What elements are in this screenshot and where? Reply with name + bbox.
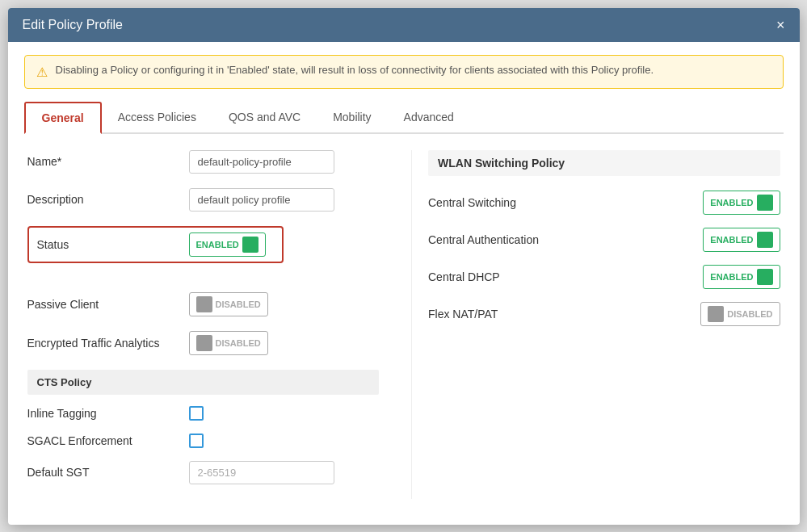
- close-button[interactable]: ×: [776, 18, 785, 32]
- modal-header: Edit Policy Profile ×: [8, 8, 800, 42]
- central-dhcp-row: Central DHCP ENABLED: [428, 265, 780, 289]
- encrypted-traffic-toggle[interactable]: DISABLED: [189, 331, 268, 355]
- left-panel: Name* Description Status ENABLED Passive…: [27, 150, 412, 499]
- inline-tagging-checkbox[interactable]: [189, 406, 204, 421]
- flex-nat-toggle[interactable]: DISABLED: [700, 302, 780, 326]
- warning-icon: ⚠: [36, 65, 48, 80]
- flex-nat-badge-text: DISABLED: [727, 309, 772, 319]
- passive-client-indicator: [196, 296, 212, 312]
- central-switching-badge-text: ENABLED: [710, 198, 753, 207]
- alert-message: Disabling a Policy or configuring it in …: [56, 64, 654, 76]
- central-switching-indicator: [757, 195, 773, 211]
- inline-tagging-label: Inline Tagging: [27, 407, 189, 420]
- default-sgt-label: Default SGT: [27, 466, 189, 479]
- encrypted-traffic-indicator: [196, 335, 212, 351]
- passive-client-row: Passive Client DISABLED: [27, 292, 380, 316]
- main-content: Name* Description Status ENABLED Passive…: [8, 134, 800, 515]
- description-input[interactable]: [189, 188, 334, 212]
- central-auth-label: Central Authentication: [428, 233, 703, 246]
- status-row: Status ENABLED: [27, 226, 284, 263]
- central-switching-label: Central Switching: [428, 196, 703, 209]
- central-auth-indicator: [757, 232, 773, 248]
- tab-mobility[interactable]: Mobility: [317, 102, 387, 132]
- central-dhcp-indicator: [757, 269, 773, 285]
- wlan-switching-title: WLAN Switching Policy: [428, 150, 780, 176]
- tab-advanced[interactable]: Advanced: [388, 102, 470, 132]
- central-switching-toggle[interactable]: ENABLED: [703, 191, 780, 215]
- flex-nat-label: Flex NAT/PAT: [428, 308, 700, 320]
- cts-policy-section-header: CTS Policy: [27, 370, 380, 395]
- sgacl-enforcement-label: SGACL Enforcement: [27, 434, 189, 447]
- central-dhcp-toggle[interactable]: ENABLED: [703, 265, 780, 289]
- status-toggle[interactable]: ENABLED: [189, 232, 266, 257]
- modal-title: Edit Policy Profile: [23, 18, 124, 32]
- flex-nat-row: Flex NAT/PAT DISABLED: [428, 302, 780, 326]
- central-dhcp-badge-text: ENABLED: [710, 272, 753, 282]
- name-input[interactable]: [189, 150, 334, 174]
- central-auth-toggle[interactable]: ENABLED: [703, 228, 780, 252]
- tab-access-policies[interactable]: Access Policies: [102, 102, 212, 132]
- central-dhcp-label: Central DHCP: [428, 270, 703, 283]
- passive-client-toggle[interactable]: DISABLED: [189, 292, 268, 316]
- central-switching-row: Central Switching ENABLED: [428, 191, 780, 215]
- sgacl-enforcement-row: SGACL Enforcement: [27, 434, 380, 448]
- tab-bar: General Access Policies QOS and AVC Mobi…: [24, 102, 784, 134]
- description-row: Description: [27, 188, 380, 212]
- status-toggle-indicator: [242, 237, 258, 253]
- passive-client-badge-text: DISABLED: [216, 300, 261, 309]
- encrypted-traffic-row: Encrypted Traffic Analytics DISABLED: [27, 331, 380, 355]
- tab-qos-avc[interactable]: QOS and AVC: [212, 102, 317, 132]
- right-panel: WLAN Switching Policy Central Switching …: [411, 150, 780, 499]
- passive-client-label: Passive Client: [27, 298, 189, 311]
- default-sgt-input[interactable]: [189, 461, 334, 484]
- modal-container: Edit Policy Profile × ⚠ Disabling a Poli…: [8, 8, 800, 525]
- description-label: Description: [27, 193, 189, 206]
- sgacl-enforcement-checkbox[interactable]: [189, 434, 204, 448]
- name-label: Name*: [27, 155, 189, 168]
- status-badge-text: ENABLED: [196, 240, 239, 249]
- central-auth-row: Central Authentication ENABLED: [428, 228, 780, 252]
- central-auth-badge-text: ENABLED: [710, 235, 753, 245]
- flex-nat-indicator: [708, 306, 724, 322]
- encrypted-traffic-label: Encrypted Traffic Analytics: [27, 337, 189, 350]
- tab-general[interactable]: General: [24, 102, 102, 134]
- default-sgt-row: Default SGT: [27, 461, 380, 484]
- status-label: Status: [37, 238, 189, 251]
- inline-tagging-row: Inline Tagging: [27, 406, 380, 421]
- encrypted-traffic-badge-text: DISABLED: [216, 338, 261, 348]
- alert-banner: ⚠ Disabling a Policy or configuring it i…: [24, 55, 784, 89]
- name-row: Name*: [27, 150, 380, 174]
